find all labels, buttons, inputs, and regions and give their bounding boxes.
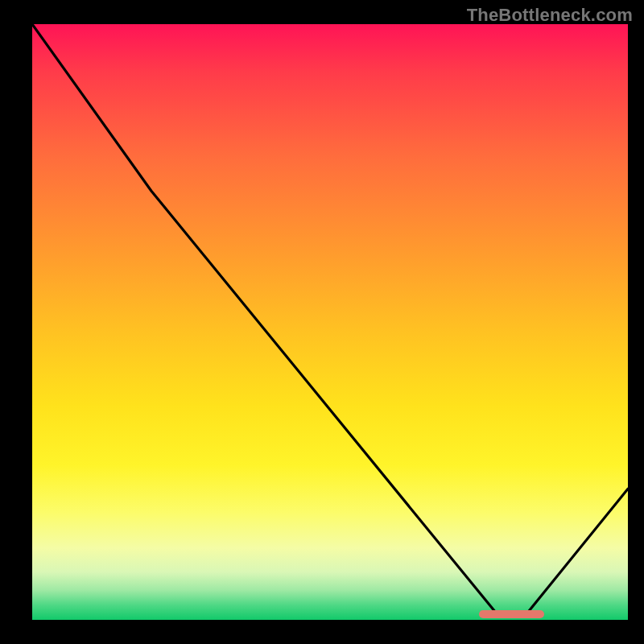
optimal-range-marker (479, 610, 544, 618)
plot-area (32, 24, 628, 620)
x-axis-frame (0, 620, 644, 644)
bottleneck-curve (32, 24, 628, 620)
y-axis-frame (0, 0, 32, 644)
watermark-text: TheBottleneck.com (467, 5, 633, 26)
